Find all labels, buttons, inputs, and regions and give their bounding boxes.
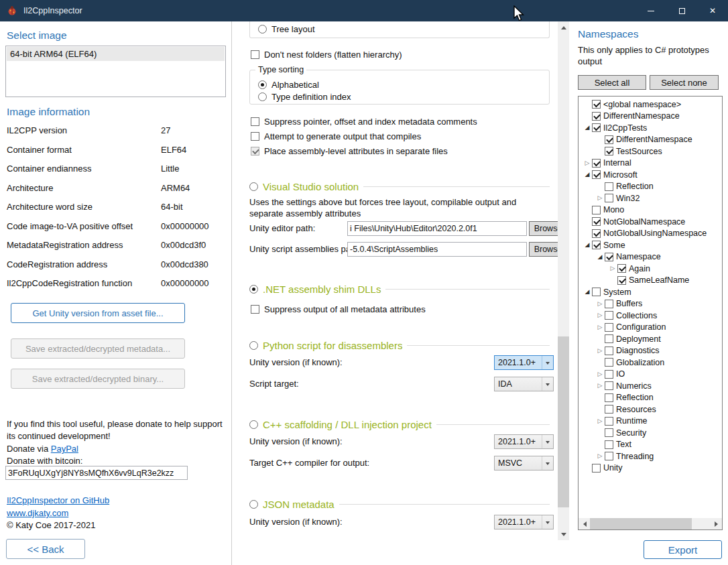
- namespace-checkbox[interactable]: [605, 381, 613, 390]
- tree-item[interactable]: ▷Internal: [579, 158, 722, 170]
- namespace-checkbox[interactable]: [592, 100, 601, 109]
- tree-item[interactable]: ◢Some: [579, 239, 722, 251]
- tree-item[interactable]: Deployment: [579, 333, 722, 345]
- tree-item[interactable]: Reflection: [579, 392, 722, 404]
- tree-scrollbar-thumb[interactable]: [590, 518, 692, 529]
- tree-item[interactable]: Text: [579, 439, 722, 451]
- namespace-checkbox[interactable]: [605, 393, 613, 402]
- collapse-icon[interactable]: ◢: [583, 286, 592, 298]
- namespace-checkbox[interactable]: [592, 112, 601, 121]
- sort-alphabetical-option[interactable]: Alphabetical: [258, 79, 319, 90]
- namespace-checkbox[interactable]: [605, 358, 613, 367]
- script-target-combo[interactable]: IDA: [494, 377, 554, 391]
- json-unity-version-combo[interactable]: 2021.1.0+: [494, 515, 554, 529]
- chevron-down-icon[interactable]: [542, 515, 553, 529]
- scroll-up-button[interactable]: [558, 21, 569, 33]
- tree-layout-radio[interactable]: [258, 25, 267, 34]
- suppress-metadata-option[interactable]: Suppress output of all metadata attribut…: [251, 304, 426, 314]
- namespace-checkbox[interactable]: [605, 253, 613, 261]
- expand-icon[interactable]: ▷: [595, 369, 605, 381]
- get-unity-version-button[interactable]: Get Unity version from asset file...: [11, 303, 185, 323]
- expand-icon[interactable]: ▷: [595, 450, 605, 462]
- tree-item[interactable]: ▷Again: [579, 263, 722, 275]
- namespace-checkbox[interactable]: [617, 276, 626, 285]
- collapse-icon[interactable]: ◢: [583, 169, 592, 181]
- unity-editor-path-input[interactable]: [347, 221, 527, 236]
- expand-icon[interactable]: ▷: [583, 158, 592, 170]
- tree-horizontal-scrollbar[interactable]: [579, 518, 722, 529]
- bitcoin-address-input[interactable]: [5, 466, 188, 480]
- tree-item[interactable]: Security: [579, 427, 722, 439]
- close-button[interactable]: ✕: [697, 0, 728, 21]
- tree-item[interactable]: ▷Buffers: [579, 298, 722, 310]
- tree-item[interactable]: Globalization: [579, 357, 722, 369]
- tree-item[interactable]: ▷Threading: [579, 450, 722, 462]
- save-binary-button[interactable]: Save extracted/decrypted binary...: [11, 369, 185, 389]
- collapse-icon[interactable]: ◢: [595, 251, 605, 263]
- namespace-checkbox[interactable]: [605, 370, 613, 379]
- output-option[interactable]: Place assembly-level attributes in separ…: [251, 143, 550, 158]
- namespace-checkbox[interactable]: [605, 194, 613, 202]
- cpp-compiler-combo[interactable]: MSVC: [494, 456, 554, 470]
- tree-item[interactable]: DifferentNamespace: [579, 134, 722, 146]
- tree-item[interactable]: <global namespace>: [579, 99, 722, 111]
- tree-item[interactable]: ◢Il2CppTests: [579, 122, 722, 134]
- chevron-down-icon[interactable]: [542, 456, 553, 470]
- namespace-checkbox[interactable]: [617, 264, 626, 273]
- minimize-button[interactable]: [635, 0, 666, 21]
- namespace-checkbox[interactable]: [592, 241, 601, 249]
- json-metadata-radio[interactable]: [249, 500, 258, 509]
- namespace-checkbox[interactable]: [592, 229, 601, 238]
- tree-item[interactable]: ◢System: [579, 286, 722, 298]
- namespace-checkbox[interactable]: [605, 347, 613, 355]
- scroll-right-button[interactable]: [711, 518, 722, 529]
- namespace-checkbox[interactable]: [605, 323, 613, 332]
- tree-item[interactable]: ▷Runtime: [579, 416, 722, 428]
- output-option[interactable]: Attempt to generate output that compiles: [251, 129, 550, 143]
- scroll-left-button[interactable]: [579, 518, 590, 529]
- maximize-button[interactable]: [666, 0, 697, 21]
- tree-item[interactable]: ▷Collections: [579, 310, 722, 322]
- tree-item[interactable]: SameLeafName: [579, 275, 722, 287]
- namespace-checkbox[interactable]: [605, 452, 613, 460]
- checkbox-icon[interactable]: [251, 117, 259, 126]
- script-assemblies-path-input[interactable]: [347, 242, 527, 257]
- tree-item[interactable]: ▷IO: [579, 369, 722, 381]
- flatten-checkbox[interactable]: [251, 50, 259, 59]
- python-script-radio[interactable]: [249, 341, 258, 350]
- sort-alphabetical-radio[interactable]: [258, 80, 267, 89]
- namespace-checkbox[interactable]: [605, 300, 613, 308]
- export-button[interactable]: Export: [644, 540, 722, 559]
- namespace-checkbox[interactable]: [592, 206, 601, 214]
- scrollbar-thumb[interactable]: [558, 336, 569, 507]
- checkbox-icon[interactable]: [251, 147, 259, 155]
- tree-item[interactable]: Resources: [579, 403, 722, 416]
- tree-item[interactable]: ▷Numerics: [579, 380, 722, 392]
- expand-icon[interactable]: ▷: [595, 192, 605, 204]
- expand-icon[interactable]: ▷: [595, 322, 605, 334]
- tree-item[interactable]: ◢Namespace: [579, 251, 722, 263]
- flatten-option[interactable]: Don't nest folders (flatten hierarchy): [251, 49, 402, 60]
- chevron-down-icon[interactable]: [542, 356, 553, 369]
- expand-icon[interactable]: ▷: [595, 380, 605, 392]
- output-option[interactable]: Suppress pointer, offset and index metad…: [251, 114, 550, 129]
- expand-icon[interactable]: ▷: [595, 298, 605, 310]
- tree-item[interactable]: ▷Configuration: [579, 322, 722, 334]
- save-metadata-button[interactable]: Save extracted/decrypted metadata...: [11, 338, 185, 359]
- suppress-metadata-checkbox[interactable]: [251, 305, 259, 314]
- tree-item[interactable]: TestSources: [579, 145, 722, 158]
- sort-index-radio[interactable]: [258, 92, 267, 101]
- namespace-checkbox[interactable]: [605, 417, 613, 426]
- titlebar[interactable]: Il2CppInspector ✕: [0, 0, 728, 21]
- collapse-icon[interactable]: ◢: [583, 122, 592, 134]
- expand-icon[interactable]: ▷: [595, 345, 605, 357]
- paypal-link[interactable]: PayPal: [51, 443, 78, 455]
- checkbox-icon[interactable]: [251, 132, 259, 141]
- tree-item[interactable]: ◢Microsoft: [579, 169, 722, 181]
- cpp-scaffolding-radio[interactable]: [249, 420, 258, 429]
- namespace-checkbox[interactable]: [592, 217, 601, 226]
- namespace-checkbox[interactable]: [592, 123, 601, 132]
- namespace-checkbox[interactable]: [592, 170, 601, 179]
- tree-item[interactable]: NotGlobalUsingNamespace: [579, 228, 722, 240]
- tree-item[interactable]: Reflection: [579, 181, 722, 193]
